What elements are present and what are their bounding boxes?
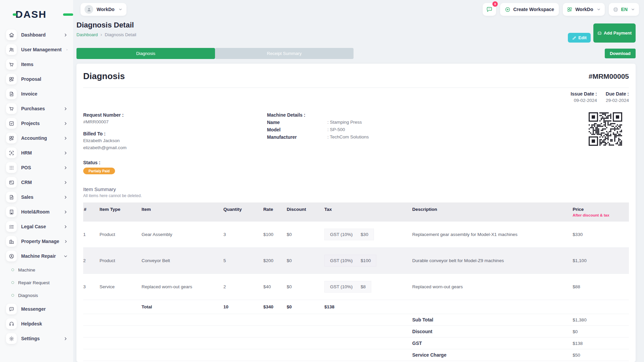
item-summary-note: All items here cannot be deleted.	[83, 193, 629, 198]
workspace-switcher[interactable]: WorkDo	[80, 3, 126, 16]
language-label: EN	[621, 7, 628, 12]
add-payment-button[interactable]: Add Payment	[593, 23, 636, 43]
sidebar-item-sales[interactable]: Sales	[6, 190, 68, 204]
scan-person-icon	[6, 147, 17, 158]
sidebar-item-helpdesk[interactable]: Helpdesk	[6, 316, 68, 331]
sidebar-item-label: Proposal	[21, 76, 41, 82]
dates-block: Issue Date : 09-02-2024 Due Date : 29-02…	[83, 91, 629, 103]
sidebar-item-label: Invoice	[21, 91, 37, 97]
language-selector[interactable]: EN	[609, 3, 639, 16]
sidebar-subitem-label: Repair Request	[18, 280, 50, 285]
workdo-menu-button[interactable]: WorkDo	[563, 3, 604, 16]
sidebar-item-invoice[interactable]: Invoice	[6, 86, 68, 101]
chevron-right-icon	[64, 239, 68, 244]
cart-icon	[6, 103, 17, 114]
sidebar-item-label: Settings	[21, 336, 40, 341]
workdo-menu-label: WorkDo	[575, 7, 593, 12]
table-row: 3 Service Replaced worn-out gears 2 $40 …	[83, 274, 629, 300]
buildings-icon	[6, 236, 17, 247]
breadcrumb-current: Diagnosis Detail	[105, 32, 136, 37]
sidebar-item-accounting[interactable]: Accounting	[6, 131, 68, 145]
machine-details-heading: Machine Details :	[267, 112, 589, 118]
diagnosis-document: Diagnosis #MRM00005 Issue Date : 09-02-2…	[76, 64, 636, 362]
app-logo[interactable]: DASH	[15, 7, 68, 22]
sidebar-item-messenger[interactable]: Messenger	[6, 302, 68, 316]
gear-icon	[6, 333, 17, 344]
sidebar-subitem-machine[interactable]: Machine	[6, 263, 68, 276]
info-section: Request Number : #MRR00007 Billed To : E…	[83, 112, 629, 174]
chevron-right-icon	[66, 48, 68, 52]
download-button[interactable]: Download	[605, 49, 636, 58]
sidebar-item-crm[interactable]: CRM	[6, 175, 68, 190]
dots-grid-icon	[6, 162, 17, 173]
sidebar-item-property-manage[interactable]: Property Manage	[6, 234, 68, 249]
sidebar: DASH Dashboard User Management Items Pro…	[0, 0, 73, 362]
status-label: Status :	[83, 160, 267, 165]
sidebar-item-items[interactable]: Items	[6, 57, 68, 72]
table-total-row: Total 10 $340 $0 $138	[83, 300, 629, 314]
sidebar-item-hrm[interactable]: HRM	[6, 145, 68, 160]
chevron-right-icon	[63, 337, 68, 341]
edit-button[interactable]: Edit	[568, 33, 591, 43]
chevron-right-icon	[63, 225, 68, 229]
card-icon	[6, 177, 17, 188]
machine-manufacturer-value: : TechCom Solutions	[327, 134, 369, 140]
issue-date-value: 09-02-2024	[571, 98, 597, 103]
sidebar-item-legal-case[interactable]: Legal Case	[6, 219, 68, 234]
sidebar-item-label: POS	[21, 165, 31, 170]
items-table: # Item Type Item Quantity Rate Discount …	[83, 202, 629, 362]
sidebar-item-machine-repair[interactable]: Machine Repair	[6, 249, 68, 263]
headset-icon	[6, 318, 17, 329]
main-area: WorkDo 0 Create Workspace WorkDo EN	[73, 0, 644, 362]
pencil-icon	[572, 36, 576, 40]
sidebar-item-pos[interactable]: POS	[6, 160, 68, 175]
users-icon	[6, 44, 17, 55]
sidebar-item-user-management[interactable]: User Management	[6, 42, 68, 57]
table-row: 2 Product Conveyor Belt 5 $200 $0 GST (1…	[83, 248, 629, 274]
chevron-down-icon	[63, 254, 68, 258]
item-summary-title: Item Summary	[83, 186, 629, 192]
cart-icon	[6, 59, 17, 70]
tab-receipt-summary[interactable]: Receipt Summary	[215, 48, 354, 59]
chat-icon	[486, 6, 493, 13]
chevron-right-icon	[63, 136, 68, 140]
sidebar-subitem-repair-request[interactable]: Repair Request	[6, 276, 68, 289]
sidebar-item-label: HRM	[21, 150, 32, 156]
sidebar-item-label: Property Manage	[21, 239, 59, 244]
topbar: WorkDo 0 Create Workspace WorkDo EN	[73, 0, 644, 16]
col-item: Item	[142, 202, 223, 222]
summary-row-total: Total$1,568	[83, 361, 629, 362]
sidebar-item-proposal[interactable]: Proposal	[6, 72, 68, 86]
breadcrumb: Dashboard › Diagnosis Detail	[76, 32, 136, 37]
sidebar-item-label: User Management	[21, 47, 62, 52]
sidebar-item-hotel-room[interactable]: Hotel&Room	[6, 204, 68, 219]
sidebar-item-label: Sales	[21, 194, 34, 200]
globe-icon	[613, 7, 619, 12]
sidebar-item-label: Accounting	[21, 135, 47, 141]
sidebar-item-settings[interactable]: Settings	[6, 331, 68, 346]
chevron-right-icon	[63, 121, 68, 126]
file-icon	[6, 88, 17, 99]
check-square-icon	[6, 118, 17, 129]
workspace-avatar	[85, 5, 93, 14]
wallet-icon	[597, 31, 602, 35]
summary-row-subtotal: Sub Total$1,380	[83, 314, 629, 326]
machine-model-label: Model	[267, 127, 327, 132]
messenger-button[interactable]: 0	[483, 3, 496, 16]
billed-to-email: elizabeth@gmail.com	[83, 145, 267, 150]
create-workspace-button[interactable]: Create Workspace	[500, 3, 559, 16]
sidebar-item-projects[interactable]: Projects	[6, 116, 68, 131]
tab-diagnosis[interactable]: Diagnosis	[76, 48, 215, 59]
circle-icon	[11, 268, 14, 271]
sidebar-item-label: Purchases	[21, 106, 45, 111]
sidebar-item-purchases[interactable]: Purchases	[6, 101, 68, 116]
col-quantity: Quantity	[223, 202, 263, 222]
breadcrumb-link-dashboard[interactable]: Dashboard	[76, 32, 98, 37]
sidebar-subitem-diagnosis[interactable]: Diagnosis	[6, 289, 68, 302]
tab-bar: Diagnosis Receipt Summary Download	[73, 43, 644, 59]
col-number: #	[83, 202, 100, 222]
col-description: Description	[412, 202, 573, 222]
grid-plus-icon	[6, 133, 17, 143]
sidebar-item-dashboard[interactable]: Dashboard	[6, 27, 68, 42]
tax-badge: GST (10%)$30	[324, 229, 374, 240]
